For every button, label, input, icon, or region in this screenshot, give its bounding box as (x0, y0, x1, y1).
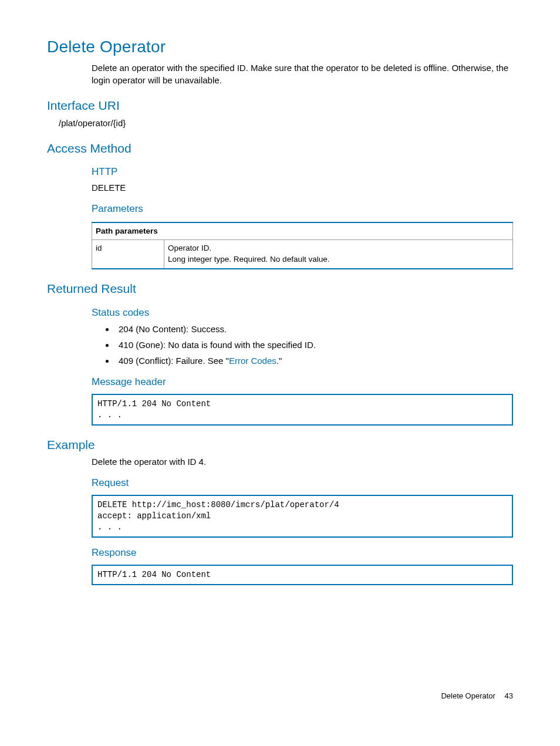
returned-result-heading: Returned Result (47, 280, 513, 297)
parameters-heading: Parameters (92, 202, 513, 216)
page-footer: Delete Operator 43 (47, 691, 513, 701)
message-header-code: HTTP/1.1 204 No Content . . . (92, 394, 513, 426)
param-desc-cell: Operator ID. Long integer type. Required… (164, 240, 513, 269)
access-method-heading: Access Method (47, 140, 513, 157)
request-code: DELETE http://imc_host:8080/imcrs/plat/o… (92, 495, 513, 538)
table-header: Path parameters (92, 222, 513, 240)
http-heading: HTTP (92, 165, 513, 179)
interface-uri-heading: Interface URI (47, 97, 513, 114)
param-desc-line1: Operator ID. (168, 244, 211, 252)
intro-text: Delete an operator with the specified ID… (92, 62, 513, 86)
footer-page-number: 43 (505, 691, 513, 700)
param-desc-line2: Long integer type. Required. No default … (168, 255, 329, 264)
path-parameters-table: Path parameters id Operator ID. Long int… (92, 222, 513, 270)
page-title: Delete Operator (47, 35, 513, 58)
status-codes-list: 204 (No Content): Success. 410 (Gone): N… (92, 323, 513, 367)
status-409-prefix: 409 (Conflict): Failure. See " (119, 356, 229, 366)
request-heading: Request (92, 476, 513, 490)
table-row: id Operator ID. Long integer type. Requi… (92, 240, 513, 269)
status-409-suffix: ." (276, 356, 282, 366)
example-heading: Example (47, 436, 513, 453)
status-codes-heading: Status codes (92, 306, 513, 320)
http-method-value: DELETE (92, 181, 513, 194)
response-code: HTTP/1.1 204 No Content (92, 565, 513, 585)
message-header-heading: Message header (92, 375, 513, 389)
footer-text: Delete Operator (441, 691, 495, 700)
response-heading: Response (92, 546, 513, 560)
list-item: 409 (Conflict): Failure. See "Error Code… (115, 355, 513, 367)
interface-uri-value: /plat/operator/{id} (59, 117, 513, 129)
example-intro: Delete the operator with ID 4. (92, 455, 513, 468)
list-item: 204 (No Content): Success. (115, 323, 513, 335)
list-item: 410 (Gone): No data is found with the sp… (115, 339, 513, 351)
error-codes-link[interactable]: Error Codes (229, 356, 276, 366)
param-name-cell: id (92, 240, 164, 269)
